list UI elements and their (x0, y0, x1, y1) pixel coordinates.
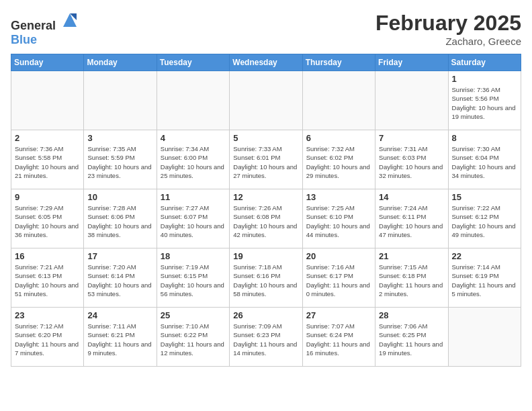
day-info: Sunrise: 7:22 AM Sunset: 6:12 PM Dayligh… (452, 203, 517, 239)
calendar-title: February 2025 (375, 11, 521, 36)
calendar-cell (84, 71, 157, 130)
day-number: 8 (452, 133, 517, 143)
weekday-header-tuesday: Tuesday (157, 54, 229, 71)
day-info: Sunrise: 7:11 AM Sunset: 6:21 PM Dayligh… (87, 322, 152, 357)
calendar-cell: 1Sunrise: 7:36 AM Sunset: 5:56 PM Daylig… (448, 71, 521, 130)
calendar-cell: 28Sunrise: 7:06 AM Sunset: 6:25 PM Dayli… (375, 308, 448, 367)
calendar-table: SundayMondayTuesdayWednesdayThursdayFrid… (11, 54, 521, 367)
calendar-cell: 15Sunrise: 7:22 AM Sunset: 6:12 PM Dayli… (448, 189, 521, 248)
day-number: 13 (306, 192, 371, 202)
logo-text: General Blue (11, 11, 79, 47)
calendar-cell: 10Sunrise: 7:28 AM Sunset: 6:06 PM Dayli… (84, 189, 157, 248)
day-info: Sunrise: 7:25 AM Sunset: 6:10 PM Dayligh… (306, 203, 371, 239)
calendar-cell (375, 71, 448, 130)
day-info: Sunrise: 7:18 AM Sunset: 6:16 PM Dayligh… (233, 263, 298, 298)
day-number: 6 (306, 133, 371, 143)
calendar-cell: 6Sunrise: 7:32 AM Sunset: 6:02 PM Daylig… (302, 130, 375, 189)
week-row-3: 16Sunrise: 7:21 AM Sunset: 6:13 PM Dayli… (11, 248, 521, 308)
week-row-0: 1Sunrise: 7:36 AM Sunset: 5:56 PM Daylig… (11, 71, 521, 130)
weekday-header-row: SundayMondayTuesdayWednesdayThursdayFrid… (11, 54, 521, 71)
calendar-cell (302, 71, 375, 130)
day-info: Sunrise: 7:09 AM Sunset: 6:23 PM Dayligh… (233, 322, 298, 357)
weekday-header-friday: Friday (375, 54, 448, 71)
calendar-subtitle: Zacharo, Greece (375, 36, 521, 47)
day-number: 10 (87, 192, 152, 202)
day-number: 9 (15, 192, 80, 202)
week-row-4: 23Sunrise: 7:12 AM Sunset: 6:20 PM Dayli… (11, 308, 521, 367)
day-number: 25 (161, 310, 226, 320)
day-info: Sunrise: 7:34 AM Sunset: 6:00 PM Dayligh… (161, 144, 226, 180)
calendar-cell: 2Sunrise: 7:36 AM Sunset: 5:58 PM Daylig… (11, 130, 84, 189)
day-info: Sunrise: 7:06 AM Sunset: 6:25 PM Dayligh… (379, 322, 444, 357)
title-block: February 2025 Zacharo, Greece (375, 11, 521, 47)
weekday-header-sunday: Sunday (11, 54, 84, 71)
day-info: Sunrise: 7:35 AM Sunset: 5:59 PM Dayligh… (87, 144, 152, 180)
logo-blue: Blue (11, 33, 37, 46)
calendar-cell: 27Sunrise: 7:07 AM Sunset: 6:24 PM Dayli… (302, 308, 375, 367)
day-number: 17 (87, 251, 152, 261)
day-info: Sunrise: 7:07 AM Sunset: 6:24 PM Dayligh… (306, 322, 371, 357)
calendar-cell: 14Sunrise: 7:24 AM Sunset: 6:11 PM Dayli… (375, 189, 448, 248)
day-number: 4 (161, 133, 226, 143)
day-number: 12 (233, 192, 298, 202)
calendar-cell: 11Sunrise: 7:27 AM Sunset: 6:07 PM Dayli… (157, 189, 229, 248)
day-info: Sunrise: 7:21 AM Sunset: 6:13 PM Dayligh… (15, 263, 80, 298)
calendar-cell: 17Sunrise: 7:20 AM Sunset: 6:14 PM Dayli… (84, 248, 157, 308)
day-number: 26 (233, 310, 298, 320)
day-number: 20 (306, 251, 371, 261)
calendar-cell: 20Sunrise: 7:16 AM Sunset: 6:17 PM Dayli… (302, 248, 375, 308)
calendar-cell: 7Sunrise: 7:31 AM Sunset: 6:03 PM Daylig… (375, 130, 448, 189)
day-info: Sunrise: 7:20 AM Sunset: 6:14 PM Dayligh… (87, 263, 152, 298)
calendar-cell (230, 71, 302, 130)
day-info: Sunrise: 7:32 AM Sunset: 6:02 PM Dayligh… (306, 144, 371, 180)
calendar-cell: 21Sunrise: 7:15 AM Sunset: 6:18 PM Dayli… (375, 248, 448, 308)
logo: General Blue (11, 11, 79, 47)
calendar-cell: 25Sunrise: 7:10 AM Sunset: 6:22 PM Dayli… (157, 308, 229, 367)
day-number: 15 (452, 192, 517, 202)
day-info: Sunrise: 7:14 AM Sunset: 6:19 PM Dayligh… (452, 263, 517, 298)
day-number: 1 (452, 74, 517, 84)
logo-icon (60, 11, 79, 30)
logo-general: General (11, 19, 56, 32)
day-number: 3 (87, 133, 152, 143)
calendar-cell: 18Sunrise: 7:19 AM Sunset: 6:15 PM Dayli… (157, 248, 229, 308)
calendar-cell: 13Sunrise: 7:25 AM Sunset: 6:10 PM Dayli… (302, 189, 375, 248)
day-info: Sunrise: 7:33 AM Sunset: 6:01 PM Dayligh… (233, 144, 298, 180)
weekday-header-thursday: Thursday (302, 54, 375, 71)
day-number: 19 (233, 251, 298, 261)
weekday-header-saturday: Saturday (448, 54, 521, 71)
calendar-cell: 4Sunrise: 7:34 AM Sunset: 6:00 PM Daylig… (157, 130, 229, 189)
day-info: Sunrise: 7:24 AM Sunset: 6:11 PM Dayligh… (379, 203, 444, 239)
calendar-cell (11, 71, 84, 130)
week-row-1: 2Sunrise: 7:36 AM Sunset: 5:58 PM Daylig… (11, 130, 521, 189)
day-info: Sunrise: 7:36 AM Sunset: 5:56 PM Dayligh… (452, 85, 517, 121)
day-info: Sunrise: 7:19 AM Sunset: 6:15 PM Dayligh… (161, 263, 226, 298)
calendar-cell: 24Sunrise: 7:11 AM Sunset: 6:21 PM Dayli… (84, 308, 157, 367)
day-number: 28 (379, 310, 444, 320)
day-info: Sunrise: 7:26 AM Sunset: 6:08 PM Dayligh… (233, 203, 298, 239)
calendar-cell: 8Sunrise: 7:30 AM Sunset: 6:04 PM Daylig… (448, 130, 521, 189)
calendar-cell: 22Sunrise: 7:14 AM Sunset: 6:19 PM Dayli… (448, 248, 521, 308)
calendar-cell: 12Sunrise: 7:26 AM Sunset: 6:08 PM Dayli… (230, 189, 302, 248)
day-info: Sunrise: 7:36 AM Sunset: 5:58 PM Dayligh… (15, 144, 80, 180)
weekday-header-wednesday: Wednesday (230, 54, 302, 71)
day-info: Sunrise: 7:29 AM Sunset: 6:05 PM Dayligh… (15, 203, 80, 239)
day-number: 21 (379, 251, 444, 261)
day-info: Sunrise: 7:31 AM Sunset: 6:03 PM Dayligh… (379, 144, 444, 180)
day-info: Sunrise: 7:15 AM Sunset: 6:18 PM Dayligh… (379, 263, 444, 298)
day-number: 2 (15, 133, 80, 143)
day-number: 23 (15, 310, 80, 320)
calendar-cell (157, 71, 229, 130)
weekday-header-monday: Monday (84, 54, 157, 71)
day-number: 7 (379, 133, 444, 143)
day-number: 22 (452, 251, 517, 261)
page-header: General Blue February 2025 Zacharo, Gree… (11, 11, 521, 47)
calendar-cell: 9Sunrise: 7:29 AM Sunset: 6:05 PM Daylig… (11, 189, 84, 248)
day-info: Sunrise: 7:12 AM Sunset: 6:20 PM Dayligh… (15, 322, 80, 357)
day-info: Sunrise: 7:10 AM Sunset: 6:22 PM Dayligh… (161, 322, 226, 357)
day-info: Sunrise: 7:28 AM Sunset: 6:06 PM Dayligh… (87, 203, 152, 239)
day-number: 18 (161, 251, 226, 261)
day-number: 5 (233, 133, 298, 143)
day-number: 27 (306, 310, 371, 320)
day-number: 24 (87, 310, 152, 320)
